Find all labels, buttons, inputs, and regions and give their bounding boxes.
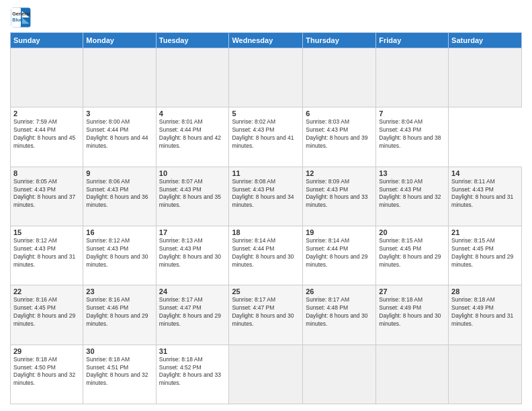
- calendar-day-cell: 19 Sunrise: 8:14 AM Sunset: 4:44 PM Dayl…: [303, 226, 376, 285]
- daylight-label: Daylight: 8 hours and 31 minutes.: [13, 253, 75, 268]
- sunrise-label: Sunrise: 8:01 AM: [159, 118, 203, 125]
- daylight-label: Daylight: 8 hours and 38 minutes.: [379, 134, 441, 149]
- calendar-day-cell: [376, 345, 449, 404]
- day-number: 24: [159, 287, 226, 295]
- calendar-day-cell: 17 Sunrise: 8:13 AM Sunset: 4:43 PM Dayl…: [156, 226, 229, 285]
- logo: General Blue: [10, 7, 32, 28]
- day-info: Sunrise: 8:11 AM Sunset: 4:43 PM Dayligh…: [451, 178, 519, 210]
- day-info: Sunrise: 8:06 AM Sunset: 4:43 PM Dayligh…: [86, 178, 152, 210]
- calendar-day-cell: [83, 48, 156, 107]
- sunset-label: Sunset: 4:43 PM: [159, 245, 202, 252]
- sunset-label: Sunset: 4:44 PM: [159, 126, 202, 133]
- daylight-label: Daylight: 8 hours and 37 minutes.: [13, 193, 75, 208]
- day-of-week-header: Monday: [83, 33, 156, 48]
- daylight-label: Daylight: 8 hours and 30 minutes.: [232, 312, 294, 327]
- sunset-label: Sunset: 4:49 PM: [379, 304, 421, 311]
- daylight-label: Daylight: 8 hours and 29 minutes.: [306, 253, 367, 268]
- sunrise-label: Sunrise: 8:02 AM: [232, 118, 275, 125]
- daylight-label: Daylight: 8 hours and 32 minutes.: [86, 371, 148, 386]
- sunrise-label: Sunrise: 8:15 AM: [451, 237, 495, 244]
- calendar-day-cell: 12 Sunrise: 8:09 AM Sunset: 4:43 PM Dayl…: [303, 167, 376, 226]
- day-info: Sunrise: 8:16 AM Sunset: 4:46 PM Dayligh…: [86, 296, 152, 328]
- day-number: 6: [306, 109, 373, 118]
- day-info: Sunrise: 7:59 AM Sunset: 4:44 PM Dayligh…: [13, 118, 80, 150]
- day-info: Sunrise: 8:18 AM Sunset: 4:51 PM Dayligh…: [86, 356, 152, 388]
- calendar-day-cell: 28 Sunrise: 8:18 AM Sunset: 4:49 PM Dayl…: [449, 285, 522, 345]
- sunset-label: Sunset: 4:43 PM: [379, 126, 421, 133]
- calendar-day-cell: 8 Sunrise: 8:05 AM Sunset: 4:43 PM Dayli…: [11, 167, 83, 226]
- sunset-label: Sunset: 4:45 PM: [13, 304, 56, 311]
- daylight-label: Daylight: 8 hours and 41 minutes.: [232, 134, 294, 149]
- calendar-day-cell: [449, 345, 522, 404]
- calendar-day-cell: 18 Sunrise: 8:14 AM Sunset: 4:44 PM Dayl…: [229, 226, 303, 285]
- calendar-day-cell: 29 Sunrise: 8:18 AM Sunset: 4:50 PM Dayl…: [11, 345, 83, 404]
- calendar-day-cell: 16 Sunrise: 8:12 AM Sunset: 4:43 PM Dayl…: [83, 226, 156, 285]
- day-number: 19: [306, 228, 373, 236]
- calendar-day-cell: [303, 345, 376, 404]
- day-of-week-header: Thursday: [303, 33, 376, 48]
- sunrise-label: Sunrise: 8:07 AM: [159, 178, 203, 185]
- daylight-label: Daylight: 8 hours and 42 minutes.: [159, 134, 221, 149]
- calendar-day-cell: 13 Sunrise: 8:10 AM Sunset: 4:43 PM Dayl…: [376, 167, 449, 226]
- sunset-label: Sunset: 4:43 PM: [13, 245, 56, 252]
- calendar-day-cell: 27 Sunrise: 8:18 AM Sunset: 4:49 PM Dayl…: [376, 285, 449, 345]
- day-info: Sunrise: 8:05 AM Sunset: 4:43 PM Dayligh…: [13, 178, 80, 210]
- day-number: 17: [159, 228, 226, 236]
- calendar-day-cell: 20 Sunrise: 8:15 AM Sunset: 4:45 PM Dayl…: [376, 226, 449, 285]
- sunset-label: Sunset: 4:47 PM: [159, 304, 202, 311]
- daylight-label: Daylight: 8 hours and 31 minutes.: [451, 312, 513, 327]
- sunset-label: Sunset: 4:43 PM: [159, 186, 202, 193]
- day-number: 26: [306, 287, 373, 295]
- sunrise-label: Sunrise: 8:04 AM: [379, 118, 423, 125]
- sunset-label: Sunset: 4:43 PM: [451, 186, 494, 193]
- day-number: 7: [379, 109, 445, 118]
- svg-text:General: General: [12, 11, 30, 17]
- daylight-label: Daylight: 8 hours and 32 minutes.: [13, 371, 75, 386]
- daylight-label: Daylight: 8 hours and 29 minutes.: [379, 253, 441, 268]
- sunrise-label: Sunrise: 8:03 AM: [306, 118, 349, 125]
- day-number: 25: [232, 287, 300, 295]
- calendar-day-cell: 26 Sunrise: 8:17 AM Sunset: 4:48 PM Dayl…: [303, 285, 376, 345]
- day-number: 12: [306, 169, 373, 177]
- sunrise-label: Sunrise: 8:17 AM: [232, 296, 275, 303]
- day-number: 20: [379, 228, 445, 236]
- calendar-week-row: 29 Sunrise: 8:18 AM Sunset: 4:50 PM Dayl…: [11, 345, 522, 404]
- sunset-label: Sunset: 4:43 PM: [306, 126, 348, 133]
- day-number: 29: [13, 347, 80, 355]
- day-info: Sunrise: 8:08 AM Sunset: 4:43 PM Dayligh…: [232, 178, 300, 210]
- daylight-label: Daylight: 8 hours and 29 minutes.: [86, 312, 148, 327]
- calendar-day-cell: 22 Sunrise: 8:16 AM Sunset: 4:45 PM Dayl…: [11, 285, 83, 345]
- sunset-label: Sunset: 4:43 PM: [232, 186, 274, 193]
- sunrise-label: Sunrise: 8:08 AM: [232, 178, 275, 185]
- sunset-label: Sunset: 4:43 PM: [306, 186, 348, 193]
- sunset-label: Sunset: 4:44 PM: [86, 126, 128, 133]
- daylight-label: Daylight: 8 hours and 33 minutes.: [306, 193, 367, 208]
- day-info: Sunrise: 8:09 AM Sunset: 4:43 PM Dayligh…: [306, 178, 373, 210]
- sunrise-label: Sunrise: 8:14 AM: [232, 237, 275, 244]
- daylight-label: Daylight: 8 hours and 30 minutes.: [379, 312, 441, 327]
- sunrise-label: Sunrise: 8:06 AM: [86, 178, 130, 185]
- day-number: 21: [451, 228, 519, 236]
- daylight-label: Daylight: 8 hours and 35 minutes.: [159, 193, 221, 208]
- calendar-week-row: [11, 48, 522, 107]
- sunset-label: Sunset: 4:45 PM: [379, 245, 421, 252]
- day-info: Sunrise: 8:18 AM Sunset: 4:52 PM Dayligh…: [159, 356, 226, 388]
- calendar-week-row: 8 Sunrise: 8:05 AM Sunset: 4:43 PM Dayli…: [11, 167, 522, 226]
- daylight-label: Daylight: 8 hours and 45 minutes.: [13, 134, 75, 149]
- header: General Blue: [10, 7, 522, 28]
- svg-text:Blue: Blue: [12, 17, 23, 23]
- calendar-day-cell: 30 Sunrise: 8:18 AM Sunset: 4:51 PM Dayl…: [83, 345, 156, 404]
- day-number: 4: [159, 109, 226, 118]
- daylight-label: Daylight: 8 hours and 30 minutes.: [159, 253, 221, 268]
- sunset-label: Sunset: 4:43 PM: [232, 126, 274, 133]
- sunrise-label: Sunrise: 8:18 AM: [451, 296, 495, 303]
- calendar-day-cell: 25 Sunrise: 8:17 AM Sunset: 4:47 PM Dayl…: [229, 285, 303, 345]
- day-info: Sunrise: 8:02 AM Sunset: 4:43 PM Dayligh…: [232, 118, 300, 150]
- day-info: Sunrise: 8:07 AM Sunset: 4:43 PM Dayligh…: [159, 178, 226, 210]
- sunset-label: Sunset: 4:43 PM: [86, 186, 128, 193]
- day-info: Sunrise: 8:12 AM Sunset: 4:43 PM Dayligh…: [13, 237, 80, 269]
- sunset-label: Sunset: 4:44 PM: [232, 245, 274, 252]
- calendar-day-cell: 6 Sunrise: 8:03 AM Sunset: 4:43 PM Dayli…: [303, 107, 376, 167]
- sunset-label: Sunset: 4:43 PM: [86, 245, 128, 252]
- sunset-label: Sunset: 4:46 PM: [86, 304, 128, 311]
